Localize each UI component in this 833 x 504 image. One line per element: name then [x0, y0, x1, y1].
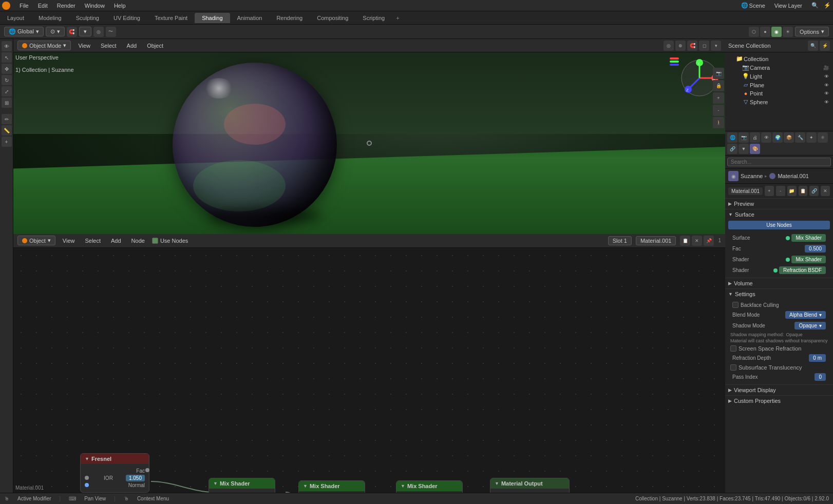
props-world-tab[interactable]: 🌍 [772, 132, 783, 143]
screen-space-refraction-toggle[interactable]: Screen Space Refraction [728, 344, 830, 353]
scene-sphere-item[interactable]: ▽ Sphere 👁 [727, 98, 831, 106]
node-editor-canvas[interactable]: ▼ Fresnel Fac IOR 1.050 [13, 248, 725, 493]
viewport-display-toggle[interactable]: ▶ Viewport Display [728, 387, 830, 393]
ssr-checkbox[interactable] [730, 345, 736, 352]
vp-gizmo-icon[interactable]: ⊕ [675, 41, 686, 51]
shader2-selector[interactable]: Refraction BSDF [779, 266, 826, 274]
subsurface-translucency-toggle[interactable]: Subsurface Translucency [728, 363, 830, 372]
props-particles-tab[interactable]: ✦ [806, 132, 817, 143]
props-view-tab[interactable]: 👁 [761, 132, 771, 143]
material-delete-btn[interactable]: ✕ [821, 186, 830, 196]
props-material-tab[interactable]: 🎨 [750, 144, 760, 154]
material-browse-btn[interactable]: 📁 [787, 186, 797, 196]
scene-camera-item[interactable]: 📷 Camera 🎥 [727, 63, 831, 72]
surface-section-header[interactable]: ▼ Surface [728, 211, 830, 218]
proportional-edit[interactable]: ◎ [93, 27, 104, 37]
volume-section-toggle[interactable]: ▶ Volume [728, 280, 830, 286]
material-copy-btn[interactable]: 📋 [799, 186, 808, 196]
viewport-canvas[interactable]: User Perspective 1) Collection | Suzanne… [13, 52, 725, 234]
vp-wire-icon[interactable]: ◻ [699, 41, 709, 51]
ws-tab-sculpting[interactable]: Sculpting [69, 13, 106, 23]
rotate-icon[interactable]: ↻ [2, 75, 12, 85]
annotation-icon[interactable]: ✏ [2, 114, 12, 124]
settings-section-toggle[interactable]: ▼ Settings [728, 291, 830, 297]
props-physics-tab[interactable]: ⚛ [818, 132, 828, 143]
shadow-mode-selector[interactable]: Opaque ▾ [794, 322, 826, 329]
walk-mode-icon[interactable]: 🚶 [713, 117, 724, 128]
ws-tab-shading[interactable]: Shading [195, 13, 230, 23]
object-menu[interactable]: Object [144, 42, 166, 50]
scene-settings-icon[interactable]: ⚡ [820, 41, 830, 51]
mix-shader-3-node[interactable]: ▼ Mix Shader Shader Fac 0.500 [396, 480, 463, 493]
view-icon[interactable]: 👁 [2, 41, 12, 51]
snap-settings[interactable]: ▾ [79, 27, 91, 36]
sst-checkbox[interactable] [730, 364, 736, 371]
curve-tool[interactable]: 〜 [106, 27, 116, 37]
add-icon[interactable]: + [2, 137, 12, 147]
material-link-btn[interactable]: 🔗 [809, 186, 819, 196]
vp-snap-icon[interactable]: 🧲 [687, 41, 697, 51]
material-remove-btn[interactable]: - [776, 186, 785, 196]
surface-shader-selector[interactable]: Mix Shader [791, 234, 826, 242]
transform-icon[interactable]: ⊞ [2, 98, 12, 108]
fresnel-ior-input[interactable]: IOR 1.050 [85, 475, 145, 481]
vp-overlay-icon[interactable]: ◎ [664, 41, 674, 51]
props-constraints-tab[interactable]: 🔗 [727, 144, 737, 154]
pivot-selector[interactable]: ⊙ ▾ [46, 27, 65, 36]
props-search-input[interactable] [727, 158, 831, 166]
snap-toggle[interactable]: 🧲 [67, 27, 77, 37]
ne-mode-selector[interactable]: Object ▾ [17, 236, 55, 245]
material-add-btn[interactable]: + [765, 186, 774, 196]
menu-edit[interactable]: Edit [34, 2, 52, 10]
ne-close-icon[interactable]: ✕ [692, 236, 702, 246]
fac-value-field[interactable]: 0.500 [805, 245, 826, 253]
material-selector[interactable]: Material.001 [636, 236, 676, 245]
pass-index-value[interactable]: 0 [815, 373, 826, 381]
ne-node-menu[interactable]: Node [128, 237, 148, 245]
props-renderlayer-tab[interactable]: 📷 [739, 132, 749, 143]
ws-tab-rendering[interactable]: Rendering [269, 13, 310, 23]
scene-filter-icon[interactable]: 🔍 [808, 41, 818, 51]
material-preview-icon[interactable]: ◉ [771, 27, 782, 37]
custom-props-toggle[interactable]: ▶ Custom Properties [728, 398, 830, 404]
ne-copy-icon[interactable]: 📋 [680, 236, 690, 246]
props-object-tab[interactable]: 📦 [784, 132, 794, 143]
ne-view-menu[interactable]: View [60, 237, 78, 245]
backface-culling-row[interactable]: false Backface Culling [728, 300, 830, 309]
solid-icon[interactable]: ● [760, 27, 770, 37]
scene-plane-item[interactable]: ▱ Plane 👁 [727, 81, 831, 89]
ws-tab-animation[interactable]: Animation [230, 13, 270, 23]
material-output-node[interactable]: ▼ Material Output All Surface [490, 478, 570, 493]
menu-window[interactable]: Window [81, 2, 109, 10]
scene-collection-item[interactable]: 📁 Collection [727, 54, 831, 63]
options-button[interactable]: Options ▾ [795, 27, 829, 36]
ne-add-menu[interactable]: Add [108, 237, 124, 245]
rendered-icon[interactable]: ☀ [783, 27, 793, 37]
ws-tab-scripting[interactable]: Scripting [355, 13, 392, 23]
slot-selector[interactable]: Slot 1 [608, 236, 632, 245]
scale-icon[interactable]: ⤢ [2, 86, 12, 96]
add-menu[interactable]: Add [124, 42, 140, 50]
ne-select-menu[interactable]: Select [82, 237, 104, 245]
props-output-tab[interactable]: 🖨 [750, 132, 760, 143]
lock-view-icon[interactable]: 🔒 [713, 80, 724, 91]
object-mode-selector[interactable]: Object Mode ▾ [17, 41, 71, 50]
mix-shader-1-node[interactable]: ▼ Mix Shader Shader Fac [209, 478, 275, 493]
preview-section-toggle[interactable]: ▶ Preview [728, 201, 830, 207]
select-icon[interactable]: ↖ [2, 52, 12, 63]
zoom-out-icon[interactable]: - [713, 105, 724, 116]
use-nodes-checkbox[interactable]: Use Nodes [152, 238, 188, 244]
select-menu[interactable]: Select [98, 42, 120, 50]
fresnel-node[interactable]: ▼ Fresnel Fac IOR 1.050 [80, 453, 149, 493]
ws-tab-layout[interactable]: Layout [0, 13, 31, 23]
ws-tab-add[interactable]: + [392, 13, 403, 23]
viewport-shading-icons[interactable]: ⬡ ● ◉ ☀ [749, 27, 793, 37]
refraction-depth-value[interactable]: 0 m [809, 354, 826, 362]
global-mode-selector[interactable]: 🌐 Global ▾ [4, 27, 44, 36]
props-data-tab[interactable]: ▼ [739, 144, 749, 154]
view-menu[interactable]: View [75, 42, 93, 50]
ws-tab-texture-paint[interactable]: Texture Paint [147, 13, 195, 23]
blend-mode-selector[interactable]: Alpha Blend ▾ [785, 311, 826, 319]
shader1-selector[interactable]: Mix Shader [791, 256, 826, 263]
ws-tab-compositing[interactable]: Compositing [310, 13, 355, 23]
